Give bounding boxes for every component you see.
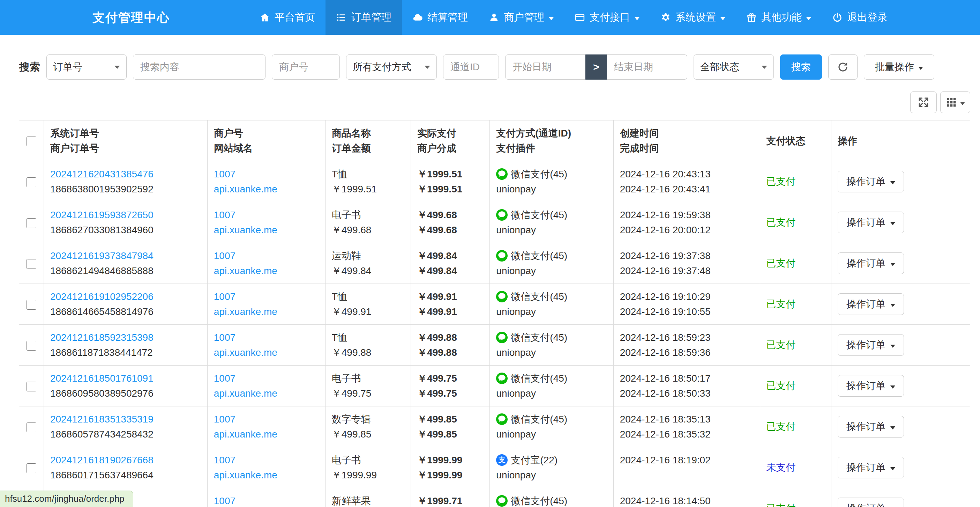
order-actions-button[interactable]: 操作订单 — [838, 375, 904, 397]
merchant-id-link[interactable]: 1007 — [214, 289, 319, 304]
paid-cell: ￥1999.99￥1999.99 — [411, 447, 490, 488]
search-type-select[interactable]: 订单号 — [46, 54, 127, 80]
nav-item-home[interactable]: 平台首页 — [249, 0, 326, 35]
site-domain-link[interactable]: api.xuanke.me — [214, 304, 319, 319]
order-status-select[interactable]: 全部状态 — [694, 54, 774, 80]
user-icon — [489, 12, 499, 23]
row-checkbox[interactable] — [27, 218, 36, 228]
search-keyword-input[interactable] — [133, 54, 266, 80]
table-row: 2024121618190267668186860171563748966410… — [19, 447, 970, 488]
site-domain-link[interactable]: api.xuanke.me — [214, 263, 319, 278]
merchant-order-no: 1868601715637489664 — [50, 467, 201, 483]
order-actions-button[interactable]: 操作订单 — [838, 497, 904, 507]
gift-icon — [746, 12, 757, 23]
nav-item-others[interactable]: 其他功能 — [736, 0, 822, 35]
nav-item-interfaces[interactable]: 支付接口 — [564, 0, 650, 35]
system-order-no-link[interactable]: 2024121619373847984 — [50, 248, 201, 263]
order-actions-button[interactable]: 操作订单 — [838, 212, 904, 233]
select-all-checkbox[interactable] — [27, 137, 36, 146]
order-actions-button[interactable]: 操作订单 — [838, 252, 904, 274]
pay-plugin: unionpay — [496, 386, 607, 401]
date-range-button[interactable]: > — [585, 54, 607, 80]
order-actions-label: 操作订单 — [846, 216, 885, 229]
row-checkbox[interactable] — [27, 259, 36, 269]
merchant-id-link[interactable]: 1007 — [214, 167, 319, 182]
merchant-id-input[interactable] — [272, 54, 340, 80]
batch-actions-button[interactable]: 批量操作 — [864, 54, 934, 80]
system-order-no-link[interactable]: 2024121619593872650 — [50, 207, 201, 222]
row-checkbox[interactable] — [27, 382, 36, 391]
status-cell: 已支付 — [760, 202, 831, 243]
nav-item-settings[interactable]: 系统设置 — [650, 0, 736, 35]
fullscreen-button[interactable] — [910, 91, 937, 113]
row-checkbox[interactable] — [27, 341, 36, 351]
site-domain-link[interactable]: api.xuanke.me — [214, 386, 319, 401]
merchant-id-link[interactable]: 1007 — [214, 371, 319, 386]
row-checkbox[interactable] — [27, 177, 36, 187]
system-order-no-link[interactable]: 2024121618501761091 — [50, 371, 201, 386]
merchant-cell: 1007 — [207, 488, 325, 507]
order-actions-button[interactable]: 操作订单 — [838, 416, 904, 437]
order-no-cell: 20241216185017610911868609580389502976 — [44, 365, 207, 407]
pay-method-label: 微信支付(45) — [511, 207, 567, 222]
system-order-no-link[interactable]: 2024121618351335319 — [50, 412, 201, 427]
chevron-down-icon — [762, 65, 767, 69]
site-domain-link[interactable]: api.xuanke.me — [214, 222, 319, 238]
nav-item-settlement[interactable]: 结算管理 — [402, 0, 478, 35]
order-actions-button[interactable]: 操作订单 — [838, 171, 904, 192]
pay-plugin: unionpay — [496, 182, 607, 196]
row-checkbox[interactable] — [27, 300, 36, 310]
column-header: 支付方式(通道ID)支付插件 — [490, 120, 613, 161]
merchant-id-link[interactable]: 1007 — [214, 453, 319, 467]
start-date-input[interactable] — [505, 54, 585, 80]
list-icon — [336, 12, 347, 23]
system-order-no-link[interactable]: 2024121618592315398 — [50, 330, 201, 345]
merchant-id-link[interactable]: 1007 — [214, 330, 319, 345]
nav-item-orders[interactable]: 订单管理 — [326, 0, 402, 35]
refresh-button[interactable] — [828, 54, 858, 80]
time-cell: 2024-12-16 19:10:292024-12-16 19:10:55 — [613, 284, 760, 325]
order-amount: ￥499.85 — [332, 427, 404, 442]
row-checkbox[interactable] — [27, 422, 36, 432]
system-order-no-link[interactable]: 2024121619102952206 — [50, 289, 201, 304]
caret-down-icon — [890, 386, 895, 389]
order-actions-label: 操作订单 — [846, 420, 885, 433]
nav-item-merchants[interactable]: 商户管理 — [478, 0, 564, 35]
paid-cell: ￥499.88￥499.88 — [411, 325, 490, 365]
search-button[interactable]: 搜索 — [780, 54, 822, 80]
paid-amount: ￥1999.71 — [417, 493, 483, 507]
order-actions-button[interactable]: 操作订单 — [838, 457, 904, 478]
order-actions-button[interactable]: 操作订单 — [838, 293, 904, 315]
order-amount: ￥499.68 — [332, 222, 404, 238]
end-date-input[interactable] — [607, 54, 687, 80]
time-cell: 2024-12-16 18:19:02 — [613, 447, 760, 488]
site-domain-link[interactable]: api.xuanke.me — [214, 345, 319, 360]
row-checkbox[interactable] — [27, 463, 36, 473]
order-actions-button[interactable]: 操作订单 — [838, 334, 904, 356]
system-order-no-link[interactable]: 2024121620431385476 — [50, 167, 201, 182]
pay-status-badge: 未支付 — [767, 462, 796, 473]
completed-time: 2024-12-16 19:10:55 — [620, 304, 754, 319]
paid-amount: ￥499.68 — [417, 207, 483, 222]
merchant-id-link[interactable]: 1007 — [214, 248, 319, 263]
site-domain-link[interactable]: api.xuanke.me — [214, 182, 319, 196]
product-cell: 电子书￥499.75 — [325, 365, 410, 407]
system-order-no-link[interactable]: 2024121618190267668 — [50, 453, 201, 467]
site-domain-link[interactable]: api.xuanke.me — [214, 427, 319, 442]
product-cell: T恤￥499.88 — [325, 325, 410, 365]
merchant-id-link[interactable]: 1007 — [214, 493, 319, 507]
product-name: 运动鞋 — [332, 248, 404, 263]
site-domain-link[interactable]: api.xuanke.me — [214, 467, 319, 483]
nav-item-logout[interactable]: 退出登录 — [822, 0, 898, 35]
pay-method: 微信支付(45) — [496, 371, 607, 386]
channel-id-input[interactable] — [443, 54, 499, 80]
pay-method-select[interactable]: 所有支付方式 — [346, 54, 437, 80]
order-amount: ￥499.84 — [332, 263, 404, 278]
date-range-group: > — [505, 54, 687, 80]
merchant-id-link[interactable]: 1007 — [214, 207, 319, 222]
method-cell: 微信支付(45)unionpay — [490, 284, 613, 325]
merchant-id-link[interactable]: 1007 — [214, 412, 319, 427]
pay-status-badge: 已支付 — [767, 258, 796, 268]
columns-button[interactable] — [940, 91, 970, 113]
action-cell: 操作订单 — [831, 447, 970, 488]
